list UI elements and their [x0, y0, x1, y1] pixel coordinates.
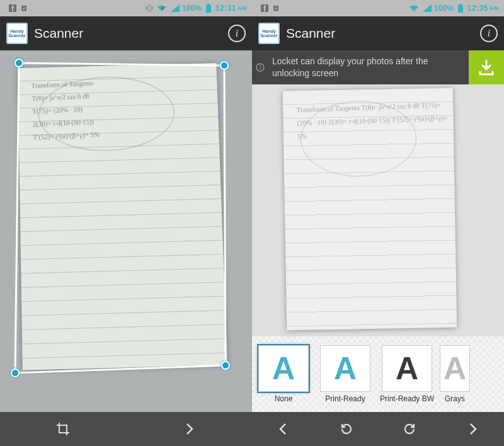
filter-label: Grays: [445, 394, 465, 403]
svg-rect-2: [23, 5, 25, 6]
phone-left: 100% 12:31 AM Handy Scanner Scanner i Tr…: [0, 0, 252, 446]
app-icon[interactable]: Handy Scanner: [258, 23, 280, 44]
status-bar: 100% 12:35 AM: [252, 0, 504, 16]
filter-print-ready[interactable]: APrint-Ready: [316, 345, 374, 403]
app-icon[interactable]: Handy Scanner: [6, 23, 28, 44]
clock-time: 12:31: [215, 4, 236, 13]
banner-text: Locket can display your photos after the…: [268, 50, 469, 84]
clipboard-icon: [20, 4, 28, 12]
page-title: Scanner: [286, 26, 480, 41]
svg-point-15: [260, 65, 261, 66]
clock-time: 12:35: [467, 4, 488, 13]
handwriting-text: Transform of Tangents T(θ)= ∫₀^π/2 tan θ…: [31, 76, 100, 143]
wifi-icon: [409, 4, 419, 12]
svg-marker-4: [171, 4, 180, 12]
filter-tile: A: [440, 345, 470, 392]
status-bar: 100% 12:31 AM: [0, 0, 252, 16]
filter-none[interactable]: ANone: [255, 345, 312, 403]
download-button[interactable]: [469, 50, 504, 84]
filter-tile: A: [258, 345, 309, 392]
crop-handle-br[interactable]: [221, 361, 230, 370]
next-button[interactable]: [126, 412, 252, 446]
bottom-toolbar: [0, 412, 252, 446]
facebook-icon: [9, 4, 16, 12]
svg-rect-9: [273, 6, 278, 11]
clock-ampm: AM: [238, 5, 247, 11]
filter-label: Print-Ready BW: [380, 394, 434, 403]
handwriting-text: Transform of Tangents T(θ)= ∫₀^π/2 tan θ…: [297, 98, 454, 142]
filter-tile: A: [320, 345, 370, 392]
banner-info-icon: [252, 50, 268, 84]
next-button[interactable]: [441, 412, 504, 446]
crop-handle-tr[interactable]: [220, 61, 229, 70]
facebook-icon: [261, 4, 268, 12]
filter-print-ready-bw[interactable]: APrint-Ready BW: [378, 345, 436, 403]
filter-label: Print-Ready: [325, 394, 365, 403]
wifi-icon: [157, 4, 167, 12]
svg-rect-1: [21, 6, 26, 11]
crop-handle-bl[interactable]: [11, 369, 20, 377]
svg-rect-6: [207, 4, 210, 5]
prev-button[interactable]: [252, 412, 315, 446]
battery-pct: 100%: [182, 4, 202, 13]
notification-banner[interactable]: Locket can display your photos after the…: [252, 50, 504, 84]
svg-rect-10: [275, 5, 277, 6]
crop-handle-tl[interactable]: [14, 59, 23, 67]
action-bar: Handy Scanner Scanner i: [0, 16, 252, 50]
scanned-page: Transform of Tangents T(θ)= ∫₀^π/2 tan θ…: [18, 63, 227, 370]
svg-rect-16: [260, 67, 260, 69]
battery-icon: [457, 4, 464, 13]
filter-label: None: [275, 394, 293, 403]
scanned-page: Transform of Tangents T(θ)= ∫₀^π/2 tan θ…: [283, 88, 457, 330]
battery-icon: [205, 4, 212, 13]
filter-strip[interactable]: ANoneAPrint-ReadyAPrint-Ready BWAGrays: [252, 336, 504, 412]
filter-grays[interactable]: AGrays: [440, 345, 470, 403]
info-icon[interactable]: i: [228, 25, 246, 42]
clock-ampm: AM: [490, 5, 499, 11]
bottom-toolbar: [252, 412, 504, 446]
svg-marker-11: [423, 4, 432, 12]
svg-rect-13: [459, 4, 462, 5]
page-title: Scanner: [34, 26, 228, 41]
rotate-cw-button[interactable]: [378, 412, 441, 446]
phone-right: 100% 12:35 AM Handy Scanner Scanner i Lo…: [252, 0, 504, 446]
svg-rect-5: [206, 5, 211, 13]
battery-pct: 100%: [434, 4, 454, 13]
info-icon[interactable]: i: [480, 25, 498, 42]
svg-rect-12: [458, 5, 463, 13]
signal-icon: [171, 4, 180, 12]
crop-view[interactable]: Transform of Tangents T(θ)= ∫₀^π/2 tan θ…: [0, 50, 252, 412]
signal-icon: [423, 4, 432, 12]
vibrate-icon: [144, 4, 153, 12]
preview-view[interactable]: Transform of Tangents T(θ)= ∫₀^π/2 tan θ…: [252, 84, 504, 336]
clipboard-icon: [272, 4, 280, 12]
rotate-ccw-button[interactable]: [315, 412, 378, 446]
filter-tile: A: [382, 345, 432, 392]
action-bar: Handy Scanner Scanner i: [252, 16, 504, 50]
crop-button[interactable]: [0, 412, 126, 446]
